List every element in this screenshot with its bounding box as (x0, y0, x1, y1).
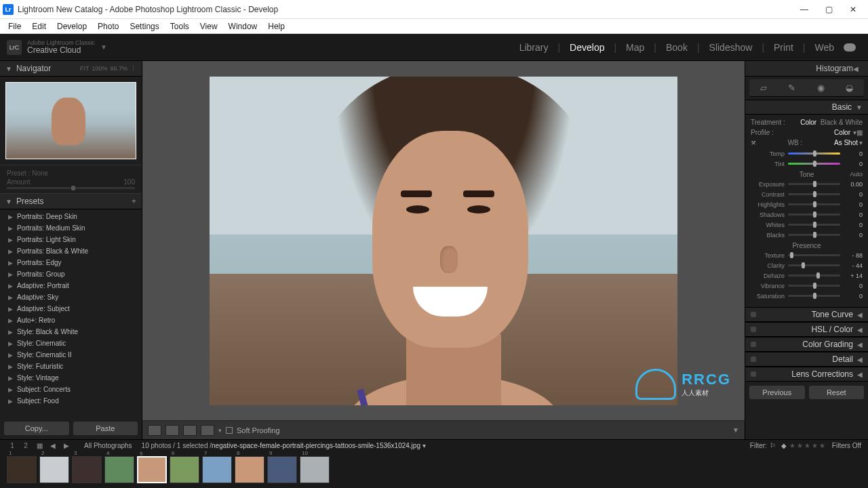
slider-knob[interactable] (813, 232, 816, 238)
module-develop[interactable]: Develop (570, 42, 604, 53)
slider-knob[interactable] (813, 150, 816, 157)
slider-track[interactable] (788, 285, 840, 287)
slider-blacks[interactable]: Blacks0 (751, 230, 863, 239)
profile-browser-icon[interactable]: ▦ (856, 129, 863, 136)
preset-item[interactable]: ▶Adaptive: Subject (5, 303, 136, 314)
filmstrip-thumb[interactable]: 2 (39, 456, 69, 483)
slider-track[interactable] (788, 264, 840, 266)
slider-knob[interactable] (813, 201, 816, 207)
menu-photo[interactable]: Photo (92, 22, 124, 31)
navigator-header[interactable]: ▼ Navigator FIT 100% 66.7% ⋮ (0, 61, 142, 77)
close-button[interactable]: ✕ (841, 0, 865, 19)
preset-item[interactable]: ▶Adaptive: Portrait (5, 280, 136, 291)
filmstrip-thumb[interactable]: 6 (170, 456, 199, 483)
prev-photo-icon[interactable]: ◀ (47, 442, 58, 450)
zoom-menu-icon[interactable]: ⋮ (130, 65, 136, 72)
slider-exposure[interactable]: Exposure0.00 (751, 180, 863, 188)
module-slideshow[interactable]: Slideshow (709, 42, 753, 53)
module-book[interactable]: Book (666, 42, 688, 53)
slider-knob[interactable] (813, 181, 816, 187)
preset-item[interactable]: ▶Portraits: Deep Skin (5, 211, 136, 222)
copy-button[interactable]: Copy... (4, 422, 69, 435)
preset-item[interactable]: ▶Portraits: Light Skin (5, 234, 136, 245)
zoom-alt[interactable]: 66.7% (110, 65, 127, 72)
filmstrip-thumb[interactable]: 10 (300, 456, 330, 483)
preset-item[interactable]: ▶Style: Cinematic II (5, 349, 136, 361)
slider-track[interactable] (788, 203, 840, 205)
slider-knob[interactable] (816, 272, 820, 279)
filters-off[interactable]: Filters Off (832, 442, 861, 449)
menu-settings[interactable]: Settings (124, 22, 164, 31)
slider-contrast[interactable]: Contrast0 (751, 190, 863, 199)
filmstrip[interactable]: 12345678910 (0, 451, 868, 488)
view-menu-icon[interactable]: ▾ (218, 427, 222, 434)
preset-item[interactable]: ▶Style: Cinematic (5, 338, 136, 349)
preset-item[interactable]: ▶Subject: Concerts (5, 384, 136, 395)
beforeafter-tb-button[interactable] (183, 425, 197, 436)
rating-stars[interactable]: ★★★★★ (789, 442, 827, 449)
preset-item[interactable]: ▶Portraits: Edgy (5, 257, 136, 268)
slider-knob[interactable] (813, 191, 816, 197)
filmstrip-thumb[interactable]: 3 (72, 456, 102, 483)
slider-track[interactable] (788, 295, 840, 297)
next-photo-icon[interactable]: ▶ (61, 442, 72, 450)
slider-track[interactable] (788, 152, 840, 155)
treatment-color[interactable]: Color (800, 119, 816, 126)
slider-knob[interactable] (813, 293, 816, 299)
wb-menu-icon[interactable]: ▾ (859, 139, 863, 146)
beforeafter-lr-button[interactable] (165, 425, 179, 436)
section-lens-corrections[interactable]: Lens Corrections◀ (745, 367, 868, 382)
filmstrip-thumb[interactable]: 7 (202, 456, 232, 483)
crop-tool-icon[interactable]: ▱ (760, 83, 767, 93)
slider-track[interactable] (788, 214, 840, 216)
slider-vibrance[interactable]: Vibrance0 (751, 281, 863, 290)
slider-track[interactable] (788, 234, 840, 236)
previous-button[interactable]: Previous (749, 386, 805, 399)
basic-header[interactable]: Basic ▼ (745, 100, 868, 115)
slider-knob[interactable] (813, 161, 816, 167)
maximize-button[interactable]: ▢ (816, 0, 841, 19)
section-toggle-icon[interactable] (751, 327, 756, 332)
slider-temp[interactable]: Temp0 (751, 149, 863, 158)
slider-track[interactable] (788, 193, 840, 195)
slider-knob[interactable] (790, 252, 793, 258)
filmstrip-thumb[interactable]: 5 (137, 456, 167, 483)
section-tone-curve[interactable]: Tone Curve◀ (745, 307, 868, 322)
reset-button[interactable]: Reset (809, 386, 865, 399)
slider-track[interactable] (788, 163, 840, 165)
filmstrip-thumb[interactable]: 9 (267, 456, 297, 483)
filename-label[interactable]: negative-space-female-portrait-piercings… (212, 442, 420, 449)
slider-track[interactable] (788, 183, 840, 185)
grid-icon[interactable]: ▦ (34, 442, 45, 450)
beforeafter-split-button[interactable] (201, 425, 214, 436)
slider-knob[interactable] (802, 262, 805, 268)
preset-item[interactable]: ▶Portraits: Group (5, 268, 136, 280)
slider-knob[interactable] (813, 222, 816, 228)
slider-track[interactable] (788, 224, 840, 226)
toolbar-menu-icon[interactable]: ▼ (732, 426, 739, 434)
preset-item[interactable]: ▶Subject: Food (5, 395, 136, 407)
treatment-bw[interactable]: Black & White (821, 119, 863, 126)
navigator-preview[interactable] (0, 77, 142, 165)
filmstrip-thumb[interactable]: 4 (104, 456, 134, 483)
menu-tools[interactable]: Tools (165, 22, 195, 31)
slider-dehaze[interactable]: Dehaze+ 14 (751, 271, 863, 280)
slider-shadows[interactable]: Shadows0 (751, 210, 863, 219)
section-toggle-icon[interactable] (751, 357, 756, 362)
heal-tool-icon[interactable]: ✎ (788, 83, 795, 93)
slider-track[interactable] (788, 254, 840, 256)
section-hsl-color[interactable]: HSL / Color◀ (745, 322, 868, 337)
amount-slider[interactable] (7, 187, 135, 189)
slider-saturation[interactable]: Saturation0 (751, 291, 863, 300)
section-toggle-icon[interactable] (751, 312, 756, 317)
grid1-button[interactable]: 1 (7, 442, 18, 450)
preset-item[interactable]: ▶Portraits: Medium Skin (5, 222, 136, 234)
preset-item[interactable]: ▶Style: Black & White (5, 326, 136, 338)
redeye-tool-icon[interactable]: ◉ (817, 83, 825, 93)
slider-track[interactable] (788, 274, 840, 277)
slider-clarity[interactable]: Clarity- 44 (751, 261, 863, 270)
menu-develop[interactable]: Develop (52, 22, 92, 31)
histogram-header[interactable]: Histogram ◀ (745, 61, 868, 77)
module-web[interactable]: Web (814, 42, 834, 53)
zoom-fit[interactable]: FIT (80, 65, 90, 72)
